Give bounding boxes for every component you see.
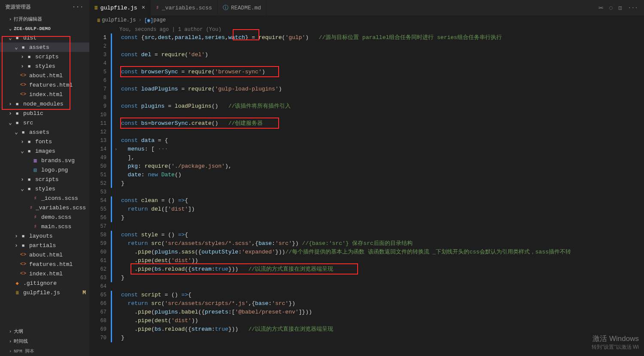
tree-folder[interactable]: ⌄◾dist	[0, 33, 89, 42]
tree-folder[interactable]: ›◾partials	[0, 241, 89, 250]
code-line[interactable]: .pipe(dest('dist'))	[119, 317, 644, 325]
fold-cell[interactable]	[112, 51, 119, 59]
fold-cell[interactable]	[112, 334, 119, 342]
code-line[interactable]: .pipe(dest('dist'))	[119, 256, 644, 265]
fold-cell[interactable]	[112, 188, 119, 196]
tree-file[interactable]: <>index.html	[0, 90, 89, 99]
code-line[interactable]: }	[119, 334, 644, 342]
code-line[interactable]: pkg: require('./package.json'),	[119, 162, 644, 171]
code-content[interactable]: const {src,dest,parallel,series,watch} =…	[119, 25, 644, 356]
git-compare-icon[interactable]: ⫘	[598, 5, 603, 11]
breadcrumb[interactable]: ≣ gulpfile.js › [◉] page	[89, 15, 644, 25]
fold-cell[interactable]	[112, 179, 119, 188]
fold-cell[interactable]	[112, 136, 119, 145]
tree-file[interactable]: ▤logo.png	[0, 165, 89, 175]
tree-folder[interactable]: ⌄◾assets	[0, 127, 89, 137]
tree-file[interactable]: ≣gulpfile.jsM	[0, 288, 89, 297]
code-line[interactable]: date: new Date()	[119, 171, 644, 179]
fold-cell[interactable]	[112, 68, 119, 76]
tree-file[interactable]: <>index.html	[0, 269, 89, 278]
code-line[interactable]: const {src,dest,parallel,series,watch} =…	[119, 33, 644, 42]
editor-tab[interactable]: ≣gulpfile.js×	[89, 0, 151, 15]
code-line[interactable]	[119, 42, 644, 51]
npm-scripts-section[interactable]: › NPM 脚本	[0, 346, 89, 356]
code-line[interactable]	[119, 282, 644, 291]
tree-folder[interactable]: ›◾layouts	[0, 231, 89, 241]
code-line[interactable]	[119, 188, 644, 196]
tree-folder[interactable]: ⌄◾src	[0, 118, 89, 127]
fold-cell[interactable]	[112, 102, 119, 111]
tree-file[interactable]: ♯_variables.scss	[0, 203, 89, 212]
tree-file[interactable]: <>features.html	[0, 259, 89, 269]
tree-folder[interactable]: ›◾scripts	[0, 52, 89, 61]
timeline-section[interactable]: › 时间线	[0, 336, 89, 346]
code-line[interactable]: const del = require('del')	[119, 51, 644, 59]
tree-folder[interactable]: ›◾public	[0, 109, 89, 118]
tree-file[interactable]: ♯main.scss	[0, 222, 89, 231]
fold-cell[interactable]	[112, 42, 119, 51]
fold-cell[interactable]	[112, 154, 119, 162]
fold-cell[interactable]	[112, 205, 119, 214]
close-icon[interactable]: ×	[142, 4, 145, 11]
code-line[interactable]	[119, 59, 644, 68]
fold-cell[interactable]	[112, 231, 119, 239]
fold-cell[interactable]	[112, 222, 119, 231]
fold-cell[interactable]	[112, 128, 119, 136]
tree-file[interactable]: <>about.html	[0, 71, 89, 80]
code-line[interactable]	[119, 111, 644, 119]
fold-cell[interactable]	[112, 33, 119, 42]
explorer-actions-icon[interactable]: ···	[72, 4, 84, 10]
code-line[interactable]: const data = {	[119, 136, 644, 145]
split-editor-icon[interactable]: ◫	[619, 4, 622, 11]
tree-file[interactable]: ◆.gitignore	[0, 278, 89, 288]
fold-cell[interactable]	[112, 248, 119, 256]
code-editor[interactable]: You, seconds ago | 1 author (You) 123456…	[89, 25, 644, 356]
fold-cell[interactable]	[112, 59, 119, 68]
code-line[interactable]: return del(['dist'])	[119, 205, 644, 214]
code-line[interactable]: .pipe(plugins.babel({presets:['@babel/pr…	[119, 308, 644, 317]
code-line[interactable]	[119, 222, 644, 231]
run-icon-circle[interactable]: ◌	[609, 4, 613, 11]
code-line[interactable]: }	[119, 214, 644, 222]
editor-tab[interactable]: ⓘREADME.md	[218, 0, 267, 15]
tree-folder[interactable]: ⌄◾images	[0, 146, 89, 156]
code-line[interactable]	[119, 76, 644, 85]
fold-cell[interactable]	[112, 299, 119, 308]
fold-cell[interactable]	[112, 308, 119, 317]
code-line[interactable]: return src('src/assets/scripts/*.js',{ba…	[119, 299, 644, 308]
fold-cell[interactable]: ›	[112, 145, 119, 154]
fold-cell[interactable]	[112, 162, 119, 171]
more-actions-icon[interactable]: ···	[628, 5, 638, 11]
tree-folder[interactable]: ›◾fonts	[0, 137, 89, 146]
outline-section[interactable]: › 大纲	[0, 326, 89, 336]
fold-cell[interactable]	[112, 85, 119, 94]
code-line[interactable]: }	[119, 179, 644, 188]
code-line[interactable]: .pipe(bs.reload({stream:true})) //以流的方式直…	[119, 325, 644, 334]
fold-cell[interactable]	[112, 171, 119, 179]
fold-cell[interactable]	[112, 265, 119, 274]
fold-cell[interactable]	[112, 76, 119, 85]
code-line[interactable]: .pipe(bs.reload({stream:true})) //以流的方式直…	[119, 265, 644, 274]
tree-folder[interactable]: ⌄◾assets	[0, 42, 89, 52]
fold-cell[interactable]	[112, 317, 119, 325]
code-line[interactable]: menus: [ ···	[119, 145, 644, 154]
code-line[interactable]: const browserSync = require('browser-syn…	[119, 68, 644, 76]
project-root-section[interactable]: ⌄ ZCE-GULP-DEMO	[0, 24, 89, 33]
code-line[interactable]: }	[119, 274, 644, 282]
fold-cell[interactable]	[112, 274, 119, 282]
code-line[interactable]	[119, 94, 644, 102]
tree-file[interactable]: <>about.html	[0, 250, 89, 259]
tree-file[interactable]: ▦brands.svg	[0, 156, 89, 165]
code-line[interactable]: const bs=browserSync.create() //创建服务器	[119, 119, 644, 128]
fold-cell[interactable]	[112, 256, 119, 265]
fold-cell[interactable]	[112, 214, 119, 222]
code-line[interactable]	[119, 128, 644, 136]
fold-cell[interactable]	[112, 111, 119, 119]
code-line[interactable]: const style = () =>{	[119, 231, 644, 239]
tree-folder[interactable]: ›◾styles	[0, 61, 89, 71]
tree-folder[interactable]: ›◾node_modules	[0, 99, 89, 109]
fold-cell[interactable]	[112, 282, 119, 291]
code-line[interactable]: const loadPlugins = require('gulp-load-p…	[119, 85, 644, 94]
open-editors-section[interactable]: › 打开的编辑器	[0, 14, 89, 24]
code-line[interactable]: const clean = () =>{	[119, 196, 644, 205]
